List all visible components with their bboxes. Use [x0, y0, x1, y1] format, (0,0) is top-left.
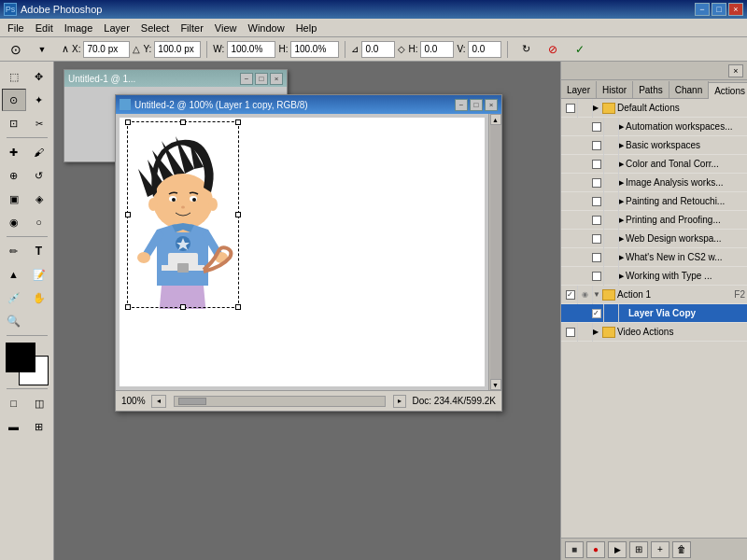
notes-tool[interactable]: 📝: [27, 263, 51, 286]
action-checkbox-9[interactable]: [589, 267, 604, 286]
doc-back-title-bar[interactable]: Untitled-1 @ 1... − □ ×: [64, 70, 287, 87]
expand-arrow-12[interactable]: ▶: [593, 328, 602, 336]
lasso-options[interactable]: ▼: [30, 38, 54, 61]
doc-main-close[interactable]: ×: [485, 99, 498, 111]
h2-input[interactable]: [420, 41, 454, 58]
screen-mode[interactable]: ▬: [2, 415, 26, 438]
lasso-icon[interactable]: ⊙: [4, 38, 28, 61]
y-input[interactable]: [154, 41, 201, 58]
minimize-button[interactable]: −: [695, 3, 710, 16]
list-item[interactable]: ▶ Automation workspaces...: [561, 118, 747, 136]
magic-wand-tool[interactable]: ✦: [27, 89, 51, 111]
doc-main-min[interactable]: −: [455, 99, 468, 111]
action-checkbox-10[interactable]: [563, 286, 578, 304]
play-button[interactable]: ▶: [608, 541, 627, 558]
angle-input[interactable]: [361, 41, 395, 58]
zoom-options[interactable]: ◂: [151, 395, 166, 408]
doc-back-min[interactable]: −: [240, 73, 253, 85]
list-item[interactable]: ▶ What's New in CS2 w...: [561, 248, 747, 267]
list-item[interactable]: ◉ ▼ Action 1 F2: [561, 286, 747, 304]
lasso-tool[interactable]: ⊙: [2, 89, 26, 111]
shape-tool[interactable]: ▲: [2, 263, 26, 286]
expand-arrow-10[interactable]: ▼: [593, 290, 602, 299]
history-brush[interactable]: ↺: [27, 164, 51, 187]
scroll-right[interactable]: ▸: [393, 395, 406, 408]
expand-arrow-0[interactable]: ▶: [593, 104, 602, 112]
hscroll-thumb[interactable]: [178, 398, 206, 405]
menu-edit[interactable]: Edit: [30, 21, 59, 35]
h-input[interactable]: [290, 41, 339, 58]
w-input[interactable]: [227, 41, 275, 58]
eyedropper-tool[interactable]: 💉: [2, 287, 26, 309]
action-checkbox-5[interactable]: [589, 192, 604, 211]
tab-actions[interactable]: Actions: [709, 82, 747, 99]
menu-help[interactable]: Help: [290, 21, 323, 35]
action-checkbox-12[interactable]: [563, 323, 578, 342]
vscroll-down[interactable]: ▼: [490, 379, 501, 390]
vertical-scrollbar[interactable]: ▲ ▼: [488, 114, 501, 390]
doc-window-main[interactable]: Untitled-2 @ 100% (Layer 1 copy, RGB/8) …: [115, 94, 502, 412]
action-checkbox-6[interactable]: [589, 211, 604, 230]
list-item[interactable]: ▶ Web Design workspa...: [561, 230, 747, 248]
maximize-button[interactable]: □: [712, 3, 726, 16]
standard-mode[interactable]: □: [2, 392, 26, 414]
tab-channels[interactable]: Chann: [669, 81, 709, 98]
doc-back-close[interactable]: ×: [270, 73, 283, 85]
horizontal-scrollbar[interactable]: [174, 396, 387, 407]
type-tool[interactable]: T: [27, 240, 51, 262]
panel-close-button[interactable]: ×: [728, 64, 743, 77]
path-tool[interactable]: ✏: [2, 240, 26, 262]
brush-tool[interactable]: 🖌: [27, 141, 51, 163]
action-set-button[interactable]: ⊞: [629, 541, 648, 558]
menu-layer[interactable]: Layer: [98, 21, 135, 35]
action-checkbox-0[interactable]: [563, 99, 578, 118]
action-checkbox-11[interactable]: [589, 304, 604, 323]
confirm-transform[interactable]: ✓: [568, 38, 592, 61]
cancel-transform[interactable]: ⊘: [541, 38, 565, 61]
dodge-tool[interactable]: ○: [27, 211, 51, 233]
doc-main-max[interactable]: □: [470, 99, 483, 111]
close-button[interactable]: ×: [728, 3, 743, 16]
list-item[interactable]: Layer Via Copy: [561, 304, 747, 323]
vscroll-track[interactable]: [490, 125, 501, 379]
foreground-color-swatch[interactable]: [6, 343, 35, 372]
doc-main-title-bar[interactable]: Untitled-2 @ 100% (Layer 1 copy, RGB/8) …: [116, 95, 501, 114]
list-item[interactable]: ▶ Printing and Proofing...: [561, 211, 747, 230]
doc-back-max[interactable]: □: [255, 73, 268, 85]
rotate-cw-icon[interactable]: ↻: [514, 38, 538, 61]
menu-filter[interactable]: Filter: [175, 21, 208, 35]
action-checkbox-8[interactable]: [589, 248, 604, 267]
tab-history[interactable]: Histor: [597, 81, 633, 98]
list-item[interactable]: ▶ Working with Type ...: [561, 267, 747, 286]
menu-file[interactable]: File: [2, 21, 30, 35]
action-checkbox-1[interactable]: [589, 118, 604, 136]
menu-select[interactable]: Select: [135, 21, 176, 35]
tab-layers[interactable]: Layer: [561, 81, 597, 98]
new-action-button[interactable]: +: [651, 541, 669, 558]
quick-mask-mode[interactable]: ◫: [27, 392, 51, 414]
stop-button[interactable]: ■: [565, 541, 584, 558]
list-item[interactable]: ▶ Video Actions: [561, 323, 747, 342]
slice-tool[interactable]: ✂: [27, 112, 51, 134]
eraser-tool[interactable]: ▣: [2, 188, 26, 210]
list-item[interactable]: ▶ Basic workspaces: [561, 136, 747, 155]
imagereday-icon[interactable]: ⊞: [27, 415, 51, 438]
list-item[interactable]: ▶ Painting and Retouchi...: [561, 192, 747, 211]
menu-window[interactable]: Window: [243, 21, 290, 35]
action-checkbox-4[interactable]: [589, 174, 604, 192]
blur-tool[interactable]: ◉: [2, 211, 26, 233]
extra-tool[interactable]: [27, 310, 51, 332]
hand-tool[interactable]: ✋: [27, 287, 51, 309]
menu-image[interactable]: Image: [59, 21, 99, 35]
action-checkbox-7[interactable]: [589, 230, 604, 248]
stamp-tool[interactable]: ⊕: [2, 164, 26, 187]
list-item[interactable]: ▶ Image Analysis works...: [561, 174, 747, 192]
list-item[interactable]: ▶ Default Actions: [561, 99, 747, 118]
healing-tool[interactable]: ✚: [2, 141, 26, 163]
canvas-viewport[interactable]: [120, 118, 485, 386]
move-tool[interactable]: ✥: [27, 65, 51, 88]
v-input[interactable]: [468, 41, 501, 58]
record-button[interactable]: ●: [586, 541, 605, 558]
marquee-tool[interactable]: ⬚: [2, 65, 26, 88]
crop-tool[interactable]: ⊡: [2, 112, 26, 134]
